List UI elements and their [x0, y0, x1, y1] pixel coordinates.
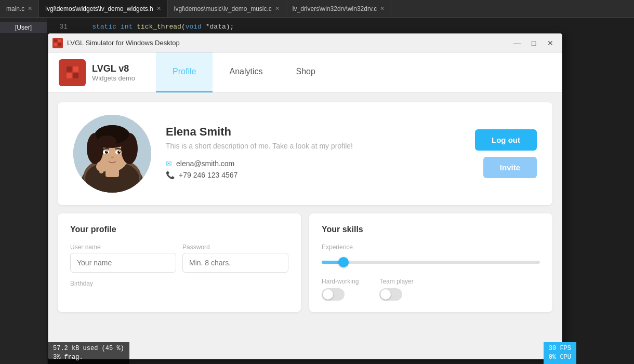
- toggle-row: Hard-working Team player: [322, 278, 540, 301]
- logo-icon: [59, 59, 86, 86]
- logout-button[interactable]: Log out: [475, 129, 537, 151]
- tab-profile-label: Profile: [173, 67, 196, 76]
- left-panel-user[interactable]: [User]: [0, 22, 47, 33]
- tab-analytics-label: Analytics: [229, 67, 262, 76]
- tab-win32drv-c[interactable]: lv_drivers\win32drv\win32drv.c ✕: [286, 0, 392, 17]
- profile-name: Elena Smith: [166, 125, 460, 139]
- memory-overlay: 57.2 kB used (45 %) 3% frag.: [48, 342, 129, 364]
- toggle-knob: [323, 289, 333, 300]
- your-skills-title: Your skills: [322, 225, 540, 234]
- left-panel: [User]: [0, 18, 47, 364]
- close-button[interactable]: ✕: [543, 37, 558, 49]
- profile-info: Elena Smith This is a short description …: [166, 125, 460, 182]
- app-content: LVGL v8 Widgets demo Profile Analytics S…: [48, 52, 562, 359]
- phone-value: +79 246 123 4567: [179, 171, 237, 179]
- tab-widgets-h[interactable]: lvgl\demos\widgets\lv_demo_widgets.h ✕: [39, 0, 167, 17]
- tab-label: lv_drivers\win32drv\win32drv.c: [293, 5, 377, 12]
- app-logo: LVGL v8 Widgets demo: [59, 59, 135, 86]
- logo-title: LVGL v8: [92, 63, 135, 74]
- svg-point-11: [98, 136, 116, 148]
- profile-actions: Log out Invite: [475, 129, 537, 178]
- tab-label: lvgl\demos\widgets\lv_demo_widgets.h: [45, 5, 153, 12]
- svg-point-18: [111, 156, 114, 158]
- tab-main-c[interactable]: main.c ✕: [0, 0, 39, 17]
- restore-button[interactable]: □: [526, 37, 541, 49]
- win-controls: — □ ✕: [510, 37, 558, 49]
- svg-point-17: [119, 151, 120, 152]
- password-label: Password: [182, 244, 288, 251]
- code-line-31: 31 static int tick_thread(void *data);: [47, 22, 634, 32]
- tab-shop-label: Shop: [296, 67, 315, 76]
- hardworking-toggle[interactable]: [322, 288, 345, 301]
- fps-value: 30 FPS: [549, 344, 571, 353]
- email-row: ✉ elena@smith.com: [166, 159, 460, 168]
- teamplayer-group: Team player: [379, 278, 413, 301]
- cpu-value: 0% CPU: [549, 353, 571, 362]
- app-main: Elena Smith This is a short description …: [48, 93, 562, 359]
- nav-tabs: Profile Analytics Shop: [156, 52, 332, 92]
- birthday-label: Birthday: [70, 280, 288, 287]
- tab-bar: main.c ✕ lvgl\demos\widgets\lv_demo_widg…: [0, 0, 634, 18]
- experience-slider[interactable]: [322, 256, 540, 268]
- logo-subtitle: Widgets demo: [92, 74, 135, 82]
- your-profile-title: Your profile: [70, 225, 288, 234]
- your-profile-card: Your profile User name Password Birthday: [58, 213, 301, 312]
- profile-description: This is a short description of me. Take …: [166, 142, 460, 150]
- invite-button[interactable]: Invite: [483, 157, 537, 178]
- slider-thumb[interactable]: [338, 257, 349, 267]
- lvgl-app-icon: [52, 38, 63, 48]
- teamplayer-label: Team player: [379, 278, 413, 285]
- username-input[interactable]: [70, 253, 176, 273]
- mem-line2: 3% frag.: [53, 353, 124, 362]
- bottom-cards-row: Your profile User name Password Birthday: [58, 213, 552, 312]
- username-group: User name: [70, 244, 176, 280]
- win-titlebar: LVGL Simulator for Windows Desktop — □ ✕: [48, 34, 562, 52]
- phone-icon: 📞: [166, 171, 175, 179]
- tab-close-icon[interactable]: ✕: [380, 5, 385, 12]
- tab-label: main.c: [6, 5, 24, 12]
- tab-music-c[interactable]: lvgl\demos\music\lv_demo_music.c ✕: [168, 0, 286, 17]
- tab-profile[interactable]: Profile: [156, 52, 213, 92]
- svg-point-16: [107, 151, 108, 152]
- svg-point-15: [117, 151, 121, 154]
- hardworking-label: Hard-working: [322, 278, 359, 285]
- tab-close-icon[interactable]: ✕: [28, 5, 32, 12]
- simulator-window: LVGL Simulator for Windows Desktop — □ ✕: [48, 33, 562, 359]
- experience-label: Experience: [322, 244, 540, 251]
- app-header: LVGL v8 Widgets demo Profile Analytics S…: [48, 52, 562, 93]
- win-title: LVGL Simulator for Windows Desktop: [67, 39, 506, 47]
- tab-analytics[interactable]: Analytics: [213, 52, 279, 92]
- hardworking-group: Hard-working: [322, 278, 359, 301]
- profile-fields-row: User name Password: [70, 244, 288, 280]
- teamplayer-toggle[interactable]: [379, 288, 402, 301]
- left-panel-label: [User]: [15, 24, 32, 31]
- email-value: elena@smith.com: [176, 159, 234, 168]
- password-group: Password: [182, 244, 288, 280]
- phone-row: 📞 +79 246 123 4567: [166, 171, 460, 179]
- avatar: [73, 115, 151, 193]
- fps-overlay: 30 FPS 0% CPU: [544, 342, 576, 364]
- toggle-knob-2: [380, 289, 391, 300]
- your-skills-card: Your skills Experience Hard-working: [309, 213, 552, 312]
- tab-label: lvgl\demos\music\lv_demo_music.c: [174, 5, 272, 12]
- profile-card: Elena Smith This is a short description …: [58, 102, 552, 205]
- minimize-button[interactable]: —: [510, 37, 524, 49]
- svg-point-14: [105, 151, 108, 154]
- password-input[interactable]: [182, 253, 288, 273]
- tab-close-icon[interactable]: ✕: [275, 5, 280, 12]
- email-icon: ✉: [166, 159, 172, 168]
- mem-line1: 57.2 kB used (45 %): [53, 344, 124, 353]
- svg-point-21: [97, 161, 108, 167]
- logo-text: LVGL v8 Widgets demo: [92, 63, 135, 82]
- slider-track: [322, 261, 540, 264]
- tab-shop[interactable]: Shop: [279, 52, 332, 92]
- tab-close-icon[interactable]: ✕: [156, 5, 161, 12]
- username-label: User name: [70, 244, 176, 251]
